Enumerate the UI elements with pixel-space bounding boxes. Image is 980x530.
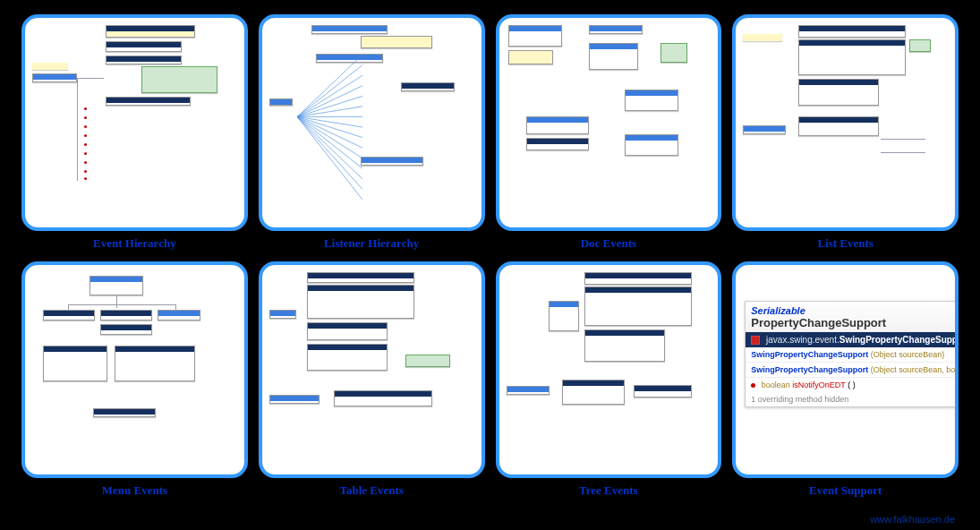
card-listener-hierarchy[interactable] xyxy=(259,14,485,231)
svg-line-3 xyxy=(297,86,362,117)
card-menu-events[interactable] xyxy=(21,261,248,478)
svg-line-12 xyxy=(297,116,362,178)
caption: Doc Events xyxy=(581,236,636,251)
svg-line-1 xyxy=(297,65,362,117)
constructor-2: SwingPropertyChangeSupport (Object sourc… xyxy=(746,363,959,378)
diagram-grid: Event Hierarchy xyxy=(0,0,980,530)
svg-line-14 xyxy=(297,116,362,199)
class-header-bar: javax.swing.event.SwingPropertyChangeSup… xyxy=(746,332,959,347)
caption: Menu Events xyxy=(102,483,167,498)
svg-line-8 xyxy=(297,116,362,137)
cell-table-events: Table Events xyxy=(259,261,485,498)
class-icon xyxy=(751,336,760,345)
card-event-hierarchy[interactable] xyxy=(21,14,248,231)
cell-listener-hierarchy: Listener Hierarchy xyxy=(259,14,485,251)
cell-menu-events: Menu Events xyxy=(21,261,248,498)
cell-list-events: List Events xyxy=(732,14,959,251)
ctor1-args: (Object sourceBean) xyxy=(871,350,945,359)
svg-line-9 xyxy=(297,116,362,148)
caption: Event Support xyxy=(809,483,882,498)
svg-line-13 xyxy=(297,116,362,189)
constructor-1: SwingPropertyChangeSupport (Object sourc… xyxy=(746,347,959,363)
caption: Event Hierarchy xyxy=(93,236,176,251)
bullet-icon xyxy=(751,383,755,388)
class-short-name: SwingPropertyChangeSupport xyxy=(839,335,959,345)
caption: Tree Events xyxy=(579,483,638,498)
svg-line-0 xyxy=(297,55,362,116)
footer-link[interactable]: www.falkhausen.de xyxy=(870,514,955,525)
cell-event-support: Serializable PropertyChangeSupport javax… xyxy=(732,261,959,498)
svg-line-5 xyxy=(297,107,362,117)
caption: Listener Hierarchy xyxy=(324,236,419,251)
cell-event-hierarchy: Event Hierarchy xyxy=(21,14,248,251)
interface-label: Serializable xyxy=(751,305,956,316)
card-list-events[interactable] xyxy=(732,14,959,231)
method-row: boolean isNotifyOnEDT ( ) xyxy=(746,378,959,392)
hidden-note: 1 overriding method hidden xyxy=(746,392,959,406)
card-tree-events[interactable] xyxy=(496,261,722,478)
cell-doc-events: Doc Events xyxy=(496,14,722,251)
cell-tree-events: Tree Events xyxy=(496,261,722,498)
ctor2-args: (Object sourceBean, boolean notifyOn xyxy=(871,365,959,374)
method-args: ( ) xyxy=(848,380,856,389)
caption: List Events xyxy=(817,236,873,251)
class-panel: Serializable PropertyChangeSupport javax… xyxy=(745,301,959,407)
svg-line-2 xyxy=(297,75,362,116)
method-type: boolean xyxy=(762,380,790,389)
caption: Table Events xyxy=(339,483,403,498)
card-doc-events[interactable] xyxy=(496,14,722,231)
svg-line-4 xyxy=(297,96,362,116)
ctor2-name: SwingPropertyChangeSupport xyxy=(751,365,868,374)
ctor1-name: SwingPropertyChangeSupport xyxy=(751,350,868,359)
svg-line-11 xyxy=(297,116,362,168)
method-name: isNotifyOnEDT xyxy=(792,380,845,389)
superclass-label: PropertyChangeSupport xyxy=(751,316,956,329)
card-event-support[interactable]: Serializable PropertyChangeSupport javax… xyxy=(732,261,959,478)
card-table-events[interactable] xyxy=(259,261,485,478)
svg-line-7 xyxy=(297,116,362,127)
package-prefix: javax.swing.event. xyxy=(766,335,839,345)
svg-line-10 xyxy=(297,116,362,158)
